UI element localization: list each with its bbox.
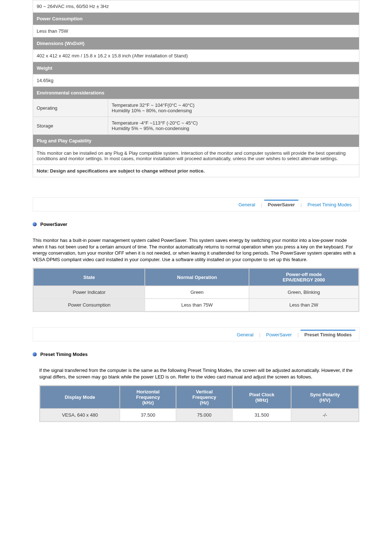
display-mode-header: Display Mode <box>40 386 120 409</box>
weight-header: Weight <box>33 62 359 74</box>
tab-nav-powersaver: General | PowerSaver | Preset Timing Mod… <box>33 197 359 211</box>
timing-table: Display Mode Horizontal Frequency (kHz) … <box>39 385 359 422</box>
sync-polarity-header: Sync Polarity (H/V) <box>291 386 359 409</box>
state-col-header: State <box>33 268 145 286</box>
pixel-clock-header: Pixel Clock (MHz) <box>232 386 291 409</box>
power-indicator-label: Power Indicator <box>33 286 145 299</box>
tab-nav-preset: General | PowerSaver | Preset Timing Mod… <box>33 327 359 341</box>
powersaver-title-row: PowerSaver <box>33 222 359 227</box>
tab-general[interactable]: General <box>235 200 259 209</box>
timing-row-sync: -/- <box>291 409 359 421</box>
pnp-text: This monitor can be installed on any Plu… <box>33 147 359 165</box>
storage-value: Temperature -4°F ~113°F (-20°C ~ 45°C) H… <box>108 117 359 135</box>
timing-row-pixel: 31.500 <box>232 409 291 421</box>
power-consumption-off: Less than 2W <box>249 299 359 311</box>
operating-value: Temperature 32°F ~ 104°F(0°C ~ 40°C) Hum… <box>108 99 359 117</box>
weight-value: 14.65kg <box>33 74 359 87</box>
tab-preset[interactable]: Preset Timing Modes <box>301 330 355 339</box>
powersaver-title: PowerSaver <box>40 222 67 227</box>
tab-divider: | <box>261 202 262 207</box>
power-consumption-value: Less than 75W <box>33 25 359 37</box>
timing-row-vfreq: 75.000 <box>176 409 232 421</box>
powersaver-desc: This monitor has a built-in power manage… <box>33 237 359 263</box>
tab-powersaver[interactable]: PowerSaver <box>264 200 298 209</box>
power-consumption-header: Power Consumption <box>33 13 359 25</box>
specifications-table: 90 ~ 264VAC rms, 60/50 Hz ± 3Hz Power Co… <box>33 0 359 177</box>
dimensions-header: Dimensions (WxDxH) <box>33 37 359 50</box>
powersaver-table: State Normal Operation Power-off mode EP… <box>33 268 359 312</box>
dimensions-value: 402 x 412 x 402 mm / 15.8 x 16.2 x 15.8 … <box>33 50 359 62</box>
preset-title-row: Preset Timing Modes <box>33 352 359 357</box>
tab-preset[interactable]: Preset Timing Modes <box>304 200 355 209</box>
hfreq-header: Horizontal Frequency (kHz) <box>120 386 176 409</box>
power-indicator-off: Green, Blinking <box>249 286 359 299</box>
tab-divider: | <box>259 332 260 337</box>
environmental-header: Environmental considerations <box>33 87 359 99</box>
tab-powersaver[interactable]: PowerSaver <box>262 330 295 339</box>
design-note: Note: Design and specifications are subj… <box>33 165 359 177</box>
timing-row-hfreq: 37.500 <box>120 409 176 421</box>
vfreq-header: Vertical Frequency (Hz) <box>176 386 232 409</box>
storage-label: Storage <box>33 117 108 135</box>
bullet-icon <box>33 222 37 226</box>
poweroff-col-header: Power-off mode EPA/ENERGY 2000 <box>249 268 359 286</box>
voltage-cell: 90 ~ 264VAC rms, 60/50 Hz ± 3Hz <box>33 0 359 13</box>
power-consumption-normal: Less than 75W <box>145 299 249 311</box>
timing-row-mode: VESA, 640 x 480 <box>40 409 120 421</box>
preset-title: Preset Timing Modes <box>40 352 88 357</box>
preset-desc: If the signal transferred from the compu… <box>39 367 359 380</box>
pnp-header: Plug and Play Capability <box>33 135 359 147</box>
tab-divider: | <box>297 332 298 337</box>
operating-label: Operating <box>33 99 108 117</box>
tab-divider: | <box>301 202 302 207</box>
power-indicator-normal: Green <box>145 286 249 299</box>
tab-general[interactable]: General <box>233 330 257 339</box>
normal-col-header: Normal Operation <box>145 268 249 286</box>
bullet-icon <box>33 352 37 356</box>
power-consumption-label: Power Consumption <box>33 299 145 311</box>
